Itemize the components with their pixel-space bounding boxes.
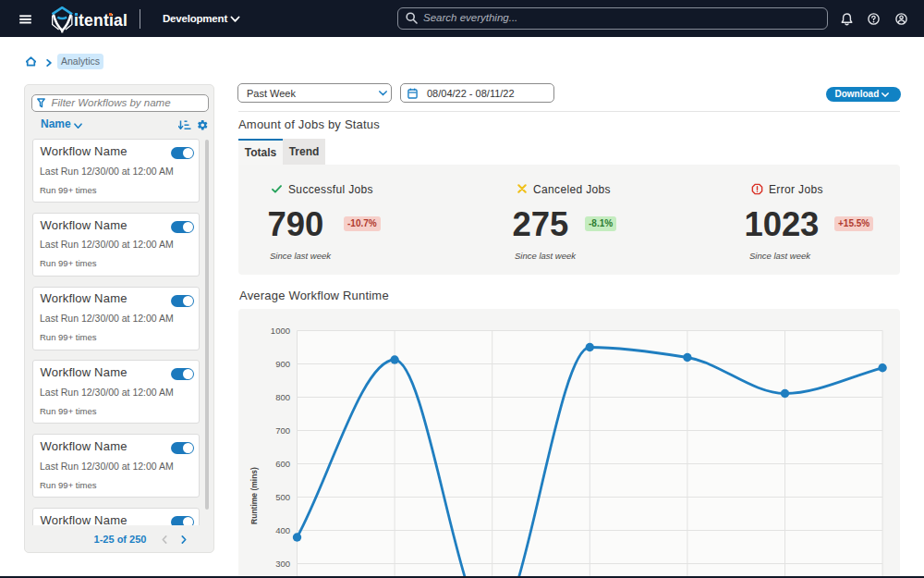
svg-text:700: 700 (275, 425, 290, 436)
svg-text:1000: 1000 (271, 326, 290, 336)
svg-text:900: 900 (275, 359, 290, 369)
svg-text:Runtime (mins): Runtime (mins) (249, 467, 259, 524)
svg-text:300: 300 (275, 559, 290, 569)
svg-text:500: 500 (275, 492, 290, 502)
svg-text:800: 800 (275, 392, 290, 402)
svg-text:600: 600 (275, 459, 290, 469)
svg-text:400: 400 (275, 525, 290, 535)
